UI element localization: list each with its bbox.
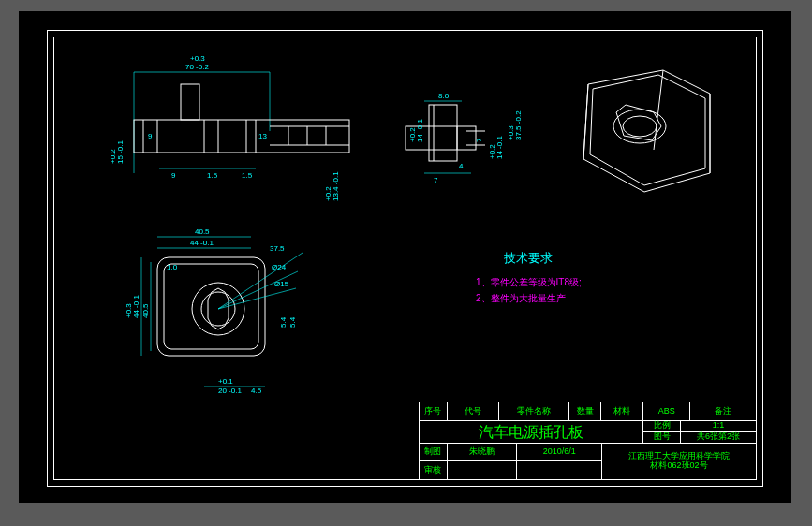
check-date <box>517 461 601 479</box>
dim-b-tol: +0.1 <box>218 377 233 386</box>
cad-viewport: +0.3 70 -0.2 9 1 <box>19 11 791 503</box>
drawn-value: 朱晓鹏 <box>448 444 518 460</box>
hdr-mat: 材料 <box>601 402 643 420</box>
dim-left: 15 -0.1 <box>116 140 125 164</box>
dim-r: 7 <box>475 138 483 142</box>
dim-b: 7 <box>434 176 438 184</box>
top-view: +0.3 70 -0.2 9 1 <box>109 54 349 201</box>
dim-sp3: 1.5 <box>242 171 253 180</box>
svg-line-30 <box>218 253 303 309</box>
dim-a1: 37.5 <box>270 244 285 253</box>
hdr-note: 备注 <box>690 402 756 420</box>
svg-point-23 <box>623 116 657 137</box>
hdr-no: 序号 <box>420 402 448 420</box>
svg-line-32 <box>218 288 296 309</box>
dim-h: 44 -0.1 <box>132 295 140 318</box>
dim-d1: Ø24 <box>272 263 287 271</box>
check-value <box>448 461 518 479</box>
drawing-border: +0.3 70 -0.2 9 1 <box>53 37 757 480</box>
front-view: 40.5 44 -0.1 1.0 37.5 Ø24 Ø15 <box>125 227 303 395</box>
dim-h: 37.5 -0.2 <box>514 110 523 140</box>
dim-w: 40.5 <box>195 227 210 236</box>
org-cell: 江西理工大学应用科学学院 材料062班02号 <box>602 444 756 479</box>
org-line2: 材料062班02号 <box>650 461 707 471</box>
dim-left: 14 -0.1 <box>495 136 504 159</box>
dim-b: 20 -0.1 <box>218 387 242 395</box>
dim-sp2: 1.5 <box>207 171 218 180</box>
hdr-qty: 数量 <box>569 402 602 420</box>
dim-b2: 4.5 <box>251 387 262 395</box>
drawn-label: 制图 <box>420 444 448 460</box>
iso-view <box>583 70 710 192</box>
date-value: 2010/6/1 <box>517 444 601 460</box>
side-view: 8.0 +0.2 14 -0.1 7 4 7 +0.2 14 -0.1 <box>406 92 523 184</box>
svg-rect-3 <box>181 84 199 120</box>
dim-sp1: 9 <box>171 171 176 180</box>
drawing-title: 汽车电源插孔板 <box>420 421 643 443</box>
notes-line1: 1、零件公差等级为IT8级; <box>476 277 582 287</box>
dim-h1: 9 <box>148 132 153 140</box>
svg-rect-26 <box>157 257 265 356</box>
dim-right: 13.4 -0.1 <box>332 171 340 201</box>
dim-v: 14 -0.1 <box>416 119 424 142</box>
dim-d2: Ø15 <box>274 280 289 288</box>
sheet-value: 共6张第2张 <box>681 432 756 443</box>
dim-r2: 4 <box>459 162 464 170</box>
dim-width-tol: +0.3 <box>190 54 205 63</box>
dim-width: 70 -0.2 <box>185 63 209 71</box>
dim-h2: 40.5 <box>141 303 150 318</box>
dim-h2: 13 <box>258 132 267 140</box>
title-block: 序号 代号 零件名称 数量 材料 ABS 备注 汽车电源插孔板 比例 1:1 <box>419 402 756 479</box>
scale-value: 1:1 <box>681 421 756 431</box>
dim-w2: 44 -0.1 <box>190 239 214 247</box>
scale-label: 比例 <box>643 421 681 431</box>
drawing-frame: +0.3 70 -0.2 9 1 <box>47 30 763 487</box>
sheet-label: 图号 <box>643 432 681 443</box>
notes-line2: 2、整件为大批量生产 <box>476 293 566 303</box>
dim-top: 8.0 <box>438 92 450 100</box>
dim-s: 5.4 <box>279 316 288 328</box>
svg-rect-4 <box>134 120 349 153</box>
dim-s2: 5.4 <box>288 316 297 328</box>
hdr-code: 代号 <box>448 402 499 420</box>
tech-notes: 技术要求 1、零件公差等级为IT8级; 2、整件为大批量生产 <box>476 251 582 303</box>
notes-title: 技术要求 <box>503 251 553 265</box>
check-label: 审核 <box>420 461 448 479</box>
hdr-mat-v: ABS <box>643 402 690 420</box>
hdr-name: 零件名称 <box>499 402 569 420</box>
